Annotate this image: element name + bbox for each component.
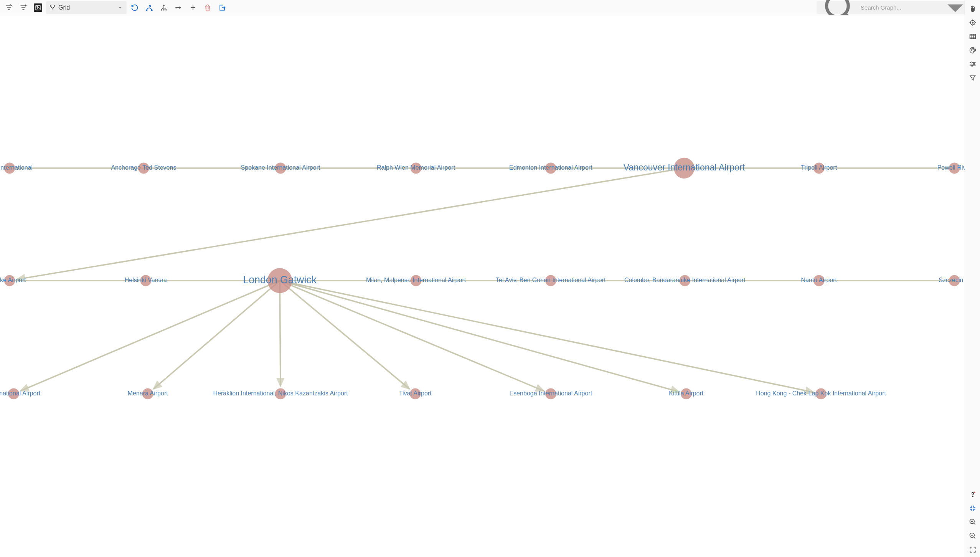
zoom-in-button[interactable] [966,516,979,529]
graph-node[interactable] [815,388,827,399]
tree-button[interactable] [157,1,170,14]
graph-edge[interactable] [17,168,684,279]
fit-to-screen-button[interactable] [966,543,979,556]
layout-dropdown[interactable]: Grid [46,1,127,14]
svg-point-24 [973,63,974,64]
image-mode-button[interactable] [31,1,45,14]
graph-edge[interactable] [280,281,409,389]
graph-node[interactable] [681,388,692,399]
mouse-mode-button[interactable] [966,2,979,15]
svg-point-9 [151,10,152,10]
graph-node[interactable] [275,163,286,174]
search-input[interactable] [861,4,934,11]
graph-edge[interactable] [21,281,280,391]
edit-path-button[interactable] [143,1,156,14]
svg-point-13 [165,9,167,11]
graph-canvas[interactable]: Hilo InternationalAnchorage Ted StevensS… [0,15,965,557]
add-button[interactable] [186,1,200,14]
export-button[interactable] [216,1,229,14]
search-box[interactable] [817,1,978,14]
svg-point-21 [973,48,974,49]
filter-remove-button[interactable] [2,1,15,14]
graph-node[interactable] [545,275,556,286]
graph-node[interactable] [4,163,15,174]
palette-button[interactable] [966,44,979,57]
center-target-button[interactable] [966,16,979,29]
svg-point-20 [972,48,972,49]
graph-node[interactable] [674,158,694,179]
zoom-out-button[interactable] [966,529,979,542]
svg-rect-3 [36,5,40,10]
svg-point-4 [37,6,38,7]
svg-point-26 [972,496,973,497]
graph-edge[interactable] [153,281,280,389]
graph-node[interactable] [267,268,292,293]
svg-point-23 [971,62,972,63]
svg-point-22 [974,50,975,50]
svg-point-27 [974,492,975,493]
graph-edge[interactable] [280,281,280,386]
right-rail [965,0,980,557]
graph-edge[interactable] [280,281,544,391]
svg-point-14 [175,7,177,8]
graph-node[interactable] [8,388,19,399]
graph-node[interactable] [410,388,421,399]
graph-node[interactable] [545,163,556,174]
filter-funnel-button[interactable] [966,71,979,84]
graph-node[interactable] [411,275,422,286]
svg-point-8 [146,10,147,10]
delete-button[interactable] [201,1,214,14]
svg-point-12 [163,9,165,11]
graph-node[interactable] [275,388,286,399]
fullscreen-collapse-button[interactable] [966,502,979,515]
help-button[interactable] [966,488,979,501]
svg-point-11 [161,9,162,11]
layout-dropdown-value: Grid [58,4,70,11]
graph-node[interactable] [813,163,825,174]
refresh-button[interactable] [128,1,141,14]
graph-node[interactable] [949,163,960,174]
svg-line-0 [10,4,12,6]
caret-down-icon [117,4,124,11]
graph-node[interactable] [411,163,422,174]
graph-icon [49,4,56,11]
svg-point-17 [972,22,973,23]
graph-edge[interactable] [280,281,813,392]
graph-node[interactable] [545,388,556,399]
connect-button[interactable] [172,1,185,14]
svg-rect-18 [970,34,975,39]
graph-node[interactable] [4,275,15,286]
graph-node[interactable] [142,388,153,399]
graph-node[interactable] [813,275,825,286]
svg-point-7 [52,9,53,10]
graph-node[interactable] [679,275,690,286]
svg-point-5 [50,5,51,7]
graph-node[interactable] [140,275,152,286]
svg-point-10 [163,5,165,6]
graph-node[interactable] [949,275,960,286]
svg-point-19 [971,50,972,50]
graph-edge[interactable] [280,281,679,392]
settings-sliders-button[interactable] [966,58,979,71]
svg-point-25 [971,65,972,66]
filter-add-button[interactable] [17,1,30,14]
svg-point-6 [54,5,55,7]
top-toolbar: Grid [0,0,980,15]
graph-node[interactable] [138,163,149,174]
graph-node-label: International Airport [0,390,41,397]
table-view-button[interactable] [966,30,979,43]
